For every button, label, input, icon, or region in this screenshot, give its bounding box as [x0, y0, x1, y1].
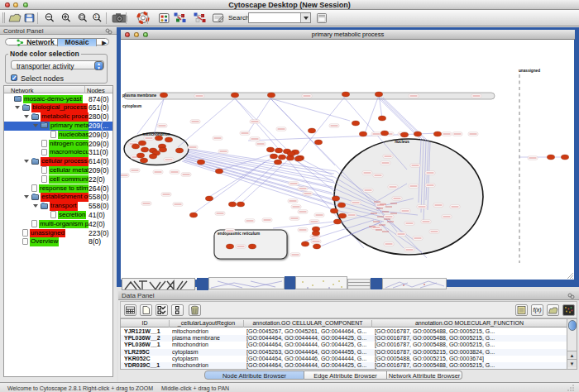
svg-text:1:1: 1:1	[94, 15, 100, 19]
svg-text:unassigned: unassigned	[519, 69, 540, 73]
svg-text:cytoplasm: cytoplasm	[122, 104, 141, 108]
svg-text:endoplasmic reticulum: endoplasmic reticulum	[218, 232, 260, 236]
svg-text:plasma membrane: plasma membrane	[122, 93, 157, 98]
svg-text:mitochondrion: mitochondrion	[143, 132, 170, 136]
svg-text:nucleus: nucleus	[395, 140, 409, 144]
